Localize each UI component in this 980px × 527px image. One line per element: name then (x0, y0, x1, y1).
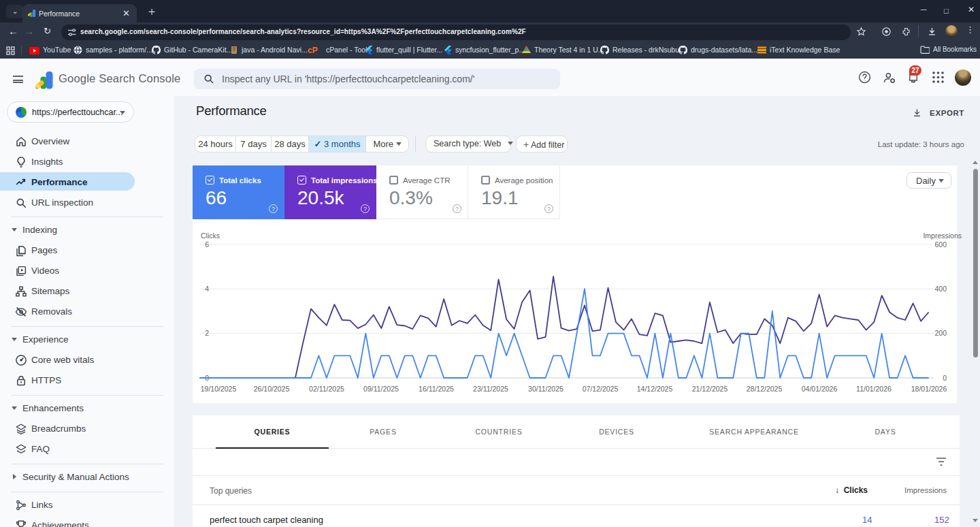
svg-text:18/01/2026: 18/01/2026 (911, 385, 947, 393)
svg-text:23/11/2025: 23/11/2025 (473, 385, 508, 393)
svg-text:4: 4 (205, 285, 209, 293)
svg-text:600: 600 (934, 240, 947, 249)
svg-text:0: 0 (943, 374, 947, 382)
svg-text:cP: cP (308, 46, 318, 54)
svg-text:30/11/2025: 30/11/2025 (528, 385, 564, 393)
svg-text:28/12/2025: 28/12/2025 (747, 385, 783, 393)
svg-text:14/12/2025: 14/12/2025 (637, 385, 673, 393)
svg-text:07/12/2025: 07/12/2025 (583, 385, 619, 393)
svg-text:04/01/2026: 04/01/2026 (802, 385, 838, 393)
svg-text:Clicks: Clicks (201, 231, 220, 240)
svg-text:02/11/2025: 02/11/2025 (309, 385, 344, 393)
svg-text:400: 400 (934, 285, 947, 293)
svg-text:200: 200 (934, 329, 947, 337)
svg-text:Impressions: Impressions (923, 231, 962, 240)
svg-text:11/01/2026: 11/01/2026 (856, 385, 892, 393)
svg-text:21/12/2025: 21/12/2025 (692, 385, 728, 393)
svg-text:6: 6 (205, 240, 209, 249)
svg-text:19/10/2025: 19/10/2025 (201, 385, 237, 393)
svg-text:09/11/2025: 09/11/2025 (363, 385, 399, 393)
svg-text:26/10/2025: 26/10/2025 (254, 385, 290, 393)
svg-text:16/11/2025: 16/11/2025 (419, 385, 454, 393)
svg-text:2: 2 (205, 329, 209, 337)
